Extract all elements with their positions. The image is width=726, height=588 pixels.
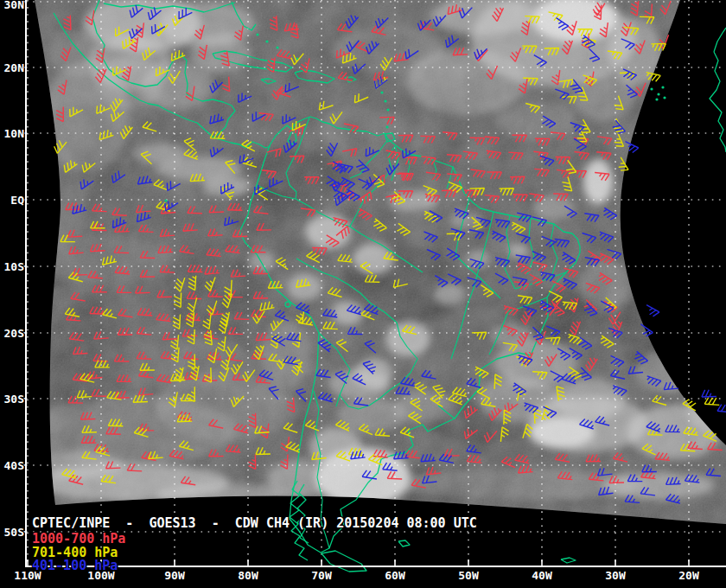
legend-item-high: 401-100 hPa	[32, 558, 118, 573]
satellite-map	[0, 0, 726, 588]
lat-label-EQ: EQ	[1, 195, 24, 206]
island-dot	[276, 46, 278, 48]
lon-label-60W: 60W	[385, 570, 404, 581]
island-dot	[164, 199, 167, 201]
lat-label-30N: 30N	[1, 0, 24, 10]
lat-label-50S: 50S	[1, 527, 24, 538]
lat-label-30S: 30S	[1, 393, 24, 405]
island-dot	[663, 96, 666, 99]
island-dot	[386, 108, 389, 111]
wind-barb	[643, 305, 659, 318]
lon-label-50W: 50W	[458, 570, 478, 581]
lon-label-40W: 40W	[532, 570, 551, 581]
island-dot	[385, 125, 388, 128]
island-dot	[380, 91, 383, 93]
island-dot	[661, 86, 664, 88]
lon-label-90W: 90W	[164, 570, 184, 581]
product-title: CPTEC/INPE - GOES13 - CDW CH4 (IR) 20150…	[32, 515, 477, 531]
ir-grain-texture	[0, 0, 726, 588]
lon-label-70W: 70W	[311, 570, 331, 581]
island-dot	[657, 93, 659, 95]
island-dot	[265, 40, 268, 42]
island-dot	[655, 98, 658, 100]
island-outline	[398, 540, 410, 546]
wind-barb	[702, 390, 716, 397]
island-dot	[650, 87, 653, 90]
lon-label-20W: 20W	[678, 570, 698, 581]
lat-label-20S: 20S	[1, 328, 24, 339]
lat-label-10S: 10S	[1, 261, 24, 272]
island-outline	[561, 558, 576, 563]
cloud-layer	[0, 0, 726, 588]
lat-label-10N: 10N	[1, 128, 24, 139]
wind-barb	[704, 397, 720, 405]
lat-label-20N: 20N	[1, 62, 24, 74]
island-dot	[256, 33, 258, 35]
lon-label-30W: 30W	[605, 570, 625, 581]
goes13-cdw-satellite-product: 30N20N10NEQ10S20S30S40S50S 110W100W90W80…	[0, 0, 726, 588]
lon-label-80W: 80W	[238, 570, 258, 581]
lat-label-40S: 40S	[1, 460, 24, 471]
coastline	[714, 28, 726, 52]
island-dot	[384, 99, 386, 102]
